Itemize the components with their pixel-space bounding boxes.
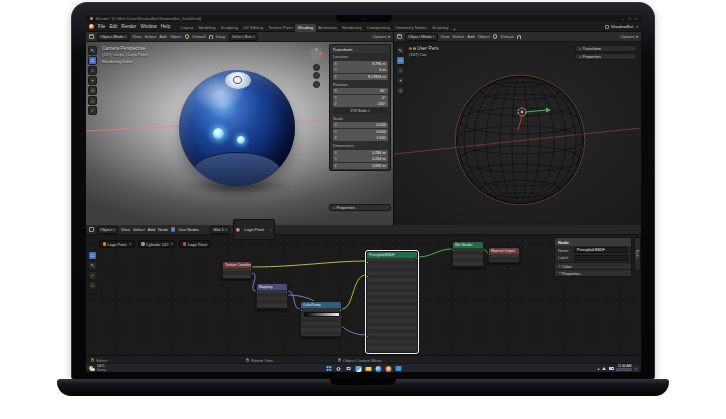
menu-file[interactable]: File (98, 24, 105, 29)
select-box-tool-button[interactable]: □ (396, 56, 405, 65)
path-object[interactable]: Logo Point▾ (99, 240, 135, 248)
workspace-tab-geometry-nodes[interactable]: Geometry Nodes (393, 24, 430, 32)
blender-taskbar-button[interactable] (385, 365, 392, 372)
links-cut-tool-button[interactable]: ○ (88, 281, 97, 290)
socket-in[interactable] (488, 253, 491, 256)
close-button[interactable]: × (635, 15, 637, 22)
node-menu-node[interactable]: Node (158, 227, 168, 232)
node-colorramp[interactable]: ColorRamp (300, 301, 342, 337)
socket-out[interactable] (285, 291, 288, 294)
node-menu-add[interactable]: Add (148, 227, 155, 232)
workspace-tab-sculpting[interactable]: Sculpting (218, 24, 240, 32)
node-label-field[interactable] (574, 255, 628, 261)
scale-tool-button[interactable]: △ (88, 96, 97, 105)
navigation-gizmo[interactable] (310, 47, 323, 60)
annotate-tool-button[interactable]: ✓ (88, 106, 97, 115)
properties-collapsed-panel[interactable]: ▸ Properties (575, 53, 637, 60)
viewport-menu-select[interactable]: Select (145, 34, 157, 39)
tweak-tool-button[interactable]: ↖ (88, 46, 97, 55)
file-explorer-button[interactable] (365, 365, 372, 372)
workspace-tab-texture-paint[interactable]: Texture Paint (266, 24, 296, 32)
viewport-menu-add[interactable]: Add (467, 34, 474, 39)
edge-button[interactable] (375, 365, 382, 372)
select-box-tool-button[interactable]: □ (88, 56, 97, 65)
menu-window[interactable]: Window (140, 24, 156, 29)
node-material-output[interactable]: Material Output (488, 247, 520, 263)
workspace-tab-layout[interactable]: Layout (178, 24, 196, 32)
viewport-3d-wireframe[interactable]: ↖ □ ○ + ◇ User Pers (157) Cor ▸ Transfor… (394, 42, 641, 225)
orientation-globe-icon[interactable] (185, 34, 190, 39)
orientation-value[interactable]: Default (500, 34, 513, 39)
rotation-mode-dropdown[interactable]: XYZ Euler▾ (333, 108, 388, 114)
options-button[interactable]: Options ▾ (620, 34, 638, 39)
workspace-tab-rendering[interactable]: Rendering (340, 24, 365, 32)
rotation-y-field[interactable]: Y0° (333, 95, 388, 101)
snap-magnet-icon[interactable] (209, 35, 213, 39)
select-box-tool-button[interactable]: □ (88, 251, 97, 260)
node-mapping[interactable]: Mapping (256, 283, 288, 309)
workspace-tab-scripting[interactable]: Scripting (429, 24, 450, 32)
rotation-z-field[interactable]: Z245° (333, 101, 388, 107)
colorramp-gradient[interactable] (304, 312, 340, 317)
orientation-globe-icon[interactable] (493, 34, 498, 39)
robot-sphere-object[interactable] (179, 70, 295, 186)
node-principled-bsdf[interactable]: Principled BSDF (366, 251, 418, 353)
start-button[interactable] (325, 365, 332, 372)
menu-edit[interactable]: Edit (109, 24, 117, 29)
socket-in[interactable] (366, 261, 369, 264)
battery-icon[interactable] (609, 367, 614, 370)
socket-in[interactable] (366, 275, 369, 278)
socket-out[interactable] (415, 257, 418, 260)
viewport-menu-add[interactable]: Add (159, 34, 166, 39)
tray-overflow-chevron[interactable]: ▴ (598, 364, 600, 372)
menu-help[interactable]: Help (161, 24, 170, 29)
widgets-button[interactable] (355, 365, 362, 372)
search-button[interactable] (335, 365, 342, 372)
properties-collapsed-panel[interactable]: ▸ Properties (329, 204, 391, 211)
mode-dropdown[interactable]: Object Mode ▾ (405, 33, 438, 41)
node-name-field[interactable]: Principled BSDF (574, 247, 628, 253)
menu-render[interactable]: Render (121, 24, 136, 29)
cursor-tool-button[interactable]: ○ (88, 66, 97, 75)
socket-in[interactable] (366, 335, 369, 338)
tweak-tool-button[interactable]: ↖ (88, 261, 97, 270)
scale-y-field[interactable]: Y0.600 (333, 129, 388, 135)
socket-out[interactable] (249, 268, 252, 271)
wifi-icon[interactable] (602, 367, 606, 370)
transform-panel-header[interactable]: Transform (330, 45, 390, 53)
rotate-tool-button[interactable]: ◇ (88, 86, 97, 95)
workspace-tab-animation[interactable]: Animation (316, 24, 340, 32)
move-tool-button[interactable]: + (396, 76, 405, 85)
socket-out[interactable] (481, 249, 484, 252)
orientation-value[interactable]: Default (192, 34, 205, 39)
node-menu-view[interactable]: View (121, 227, 130, 232)
workspace-tab-compositing[interactable]: Compositing (364, 24, 392, 32)
scene-selector[interactable]: ShadowBot ▾ (605, 24, 638, 29)
cursor-tool-button[interactable]: ○ (396, 66, 405, 75)
location-z-field[interactable]: Z8.57813 m (333, 74, 388, 80)
transform-collapsed-panel[interactable]: ▸ Transform (575, 45, 637, 52)
viewport-menu-view[interactable]: View (133, 34, 142, 39)
path-material[interactable]: Logo Point (179, 240, 210, 248)
pan-hand-icon[interactable] (313, 72, 320, 79)
maximize-button[interactable]: □ (628, 15, 630, 22)
viewport-menu-view[interactable]: View (441, 34, 450, 39)
zoom-icon[interactable] (313, 64, 320, 71)
weather-widget[interactable]: 14°C Sunny (89, 364, 106, 372)
dimensions-x-field[interactable]: X0.284 m (333, 150, 388, 156)
sidebar-tab-strip[interactable]: Node (634, 237, 641, 271)
node-canvas[interactable]: Logo Point▾ Cylinder 107▾ Logo Point □ ↖… (86, 235, 641, 355)
viewport-3d-rendered[interactable]: ↖ □ ○ + ◇ △ ✓ Camera Perspective (157) C… (86, 42, 393, 225)
color-section-header[interactable]: ▸ Color (555, 262, 631, 269)
node-mix-shader[interactable]: Mix Shader (452, 241, 484, 267)
scale-z-field[interactable]: Z1.000 (333, 135, 388, 141)
path-mesh[interactable]: Cylinder 107▾ (138, 240, 177, 248)
tweak-tool-button[interactable]: ↖ (396, 46, 405, 55)
rotation-x-field[interactable]: X45° (333, 88, 388, 94)
dimensions-z-field[interactable]: Z0.932 m (333, 163, 388, 169)
node-texture-coordinate[interactable]: Texture Coordinate (222, 261, 252, 279)
rotate-tool-button[interactable]: ◇ (396, 86, 405, 95)
clock[interactable]: 11:40 AM 01/07/2023 (616, 365, 631, 372)
editor-type-icon[interactable] (89, 34, 94, 39)
workspace-tab-modeling[interactable]: Modeling (196, 24, 218, 32)
